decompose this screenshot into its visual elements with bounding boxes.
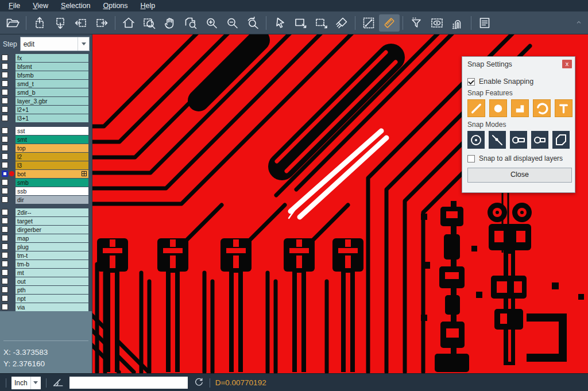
layer-row-target[interactable]: target xyxy=(0,216,92,225)
layer-name[interactable]: smt xyxy=(16,136,88,144)
layer-name[interactable]: pth xyxy=(16,286,88,294)
menu-item-view[interactable]: View xyxy=(26,0,55,11)
layer-visibility-checkbox[interactable] xyxy=(2,287,8,293)
layer-name[interactable]: smd_b xyxy=(16,88,88,96)
log-form-button[interactable] xyxy=(474,14,495,32)
layer-visibility-checkbox[interactable] xyxy=(2,106,8,113)
pan-hand-button[interactable] xyxy=(160,14,180,32)
layer-name[interactable]: l3 xyxy=(16,161,88,169)
clean-brush-button[interactable] xyxy=(331,14,352,32)
layer-name[interactable]: bfsmt xyxy=(16,63,88,71)
layer-visibility-checkbox[interactable] xyxy=(2,188,8,194)
pan-right-button[interactable] xyxy=(91,14,112,32)
layer-row-plug[interactable]: plug xyxy=(0,242,92,251)
layer-visibility-checkbox[interactable] xyxy=(2,162,8,168)
menu-item-file[interactable]: File xyxy=(2,0,26,11)
layer-row-bfsmb[interactable]: bfsmb xyxy=(0,71,92,79)
layer-row-top[interactable]: top xyxy=(0,144,92,152)
layer-name[interactable]: mt xyxy=(16,269,88,277)
layer-row-npt[interactable]: npt xyxy=(0,294,92,303)
measure-ruler-button[interactable] xyxy=(379,14,400,32)
layer-row-smt[interactable]: smt xyxy=(0,135,92,144)
layer-visibility-checkbox[interactable] xyxy=(2,89,8,95)
snap-all-layers-row[interactable]: Snap to all displayed layers xyxy=(467,154,570,162)
layer-row-l2+1[interactable]: l2+1 xyxy=(0,105,92,114)
menu-item-selection[interactable]: Selection xyxy=(55,0,96,11)
layer-visibility-checkbox[interactable] xyxy=(2,226,8,233)
enable-snapping-row[interactable]: Enable Snapping xyxy=(467,78,570,86)
layer-name[interactable]: 2dir-- xyxy=(16,208,88,216)
layer-visibility-checkbox[interactable] xyxy=(2,209,8,215)
layer-name[interactable]: out xyxy=(16,277,88,285)
snap-all-layers-checkbox[interactable] xyxy=(467,155,475,162)
layer-row-mt[interactable]: mt xyxy=(0,268,92,277)
layer-visibility-checkbox[interactable] xyxy=(2,278,8,284)
layer-name[interactable]: bot xyxy=(16,170,88,178)
layer-visibility-checkbox[interactable] xyxy=(2,261,8,267)
menu-item-help[interactable]: Help xyxy=(134,0,162,11)
layer-visibility-checkbox[interactable] xyxy=(2,153,8,160)
layer-name[interactable]: dir xyxy=(16,196,88,204)
layer-row-smd_b[interactable]: smd_b xyxy=(0,88,92,96)
snap-feature-line-button[interactable] xyxy=(467,99,485,117)
select-cursor-button[interactable] xyxy=(269,14,290,32)
pan-down-button[interactable] xyxy=(50,14,71,32)
layer-row-out[interactable]: out xyxy=(0,277,92,285)
layer-name[interactable]: sst xyxy=(16,127,88,135)
zoom-previous-button[interactable] xyxy=(242,14,263,32)
select-multiple-button[interactable] xyxy=(311,14,331,32)
zoom-window-button[interactable] xyxy=(139,14,160,32)
measure-line-button[interactable] xyxy=(358,14,379,32)
toolbar-overflow-chevron[interactable] xyxy=(575,18,582,28)
layer-row-l3[interactable]: l3 xyxy=(0,161,92,169)
snap-mode-pad-short-button[interactable] xyxy=(531,131,548,149)
step-select[interactable]: edit xyxy=(20,37,90,51)
layer-name[interactable]: top xyxy=(16,144,88,152)
layer-visibility-checkbox[interactable] xyxy=(2,196,8,203)
filter-button[interactable] xyxy=(406,14,427,32)
layer-name[interactable]: dirgerber xyxy=(16,226,88,234)
enable-snapping-checkbox[interactable] xyxy=(467,78,475,86)
snap-mode-center-button[interactable] xyxy=(467,131,485,149)
layer-visibility-checkbox[interactable] xyxy=(2,80,8,87)
layer-visibility-checkbox[interactable] xyxy=(2,304,8,310)
layer-row-tm-b[interactable]: tm-b xyxy=(0,260,92,268)
layer-name[interactable]: ssb xyxy=(16,187,88,195)
layer-row-smd_t[interactable]: smd_t xyxy=(0,79,92,88)
layer-visibility-checkbox[interactable] xyxy=(2,136,8,142)
select-rectangle-button[interactable] xyxy=(290,14,311,32)
layer-visibility-checkbox[interactable] xyxy=(2,171,8,177)
close-button[interactable]: Close xyxy=(467,168,572,183)
layer-visibility-checkbox[interactable] xyxy=(2,55,8,61)
snap-feature-arc-button[interactable] xyxy=(533,99,551,117)
layer-name[interactable]: layer_3.gbr xyxy=(16,97,88,105)
zoom-in-button[interactable] xyxy=(201,14,222,32)
layer-row-2dir--[interactable]: 2dir-- xyxy=(0,208,92,216)
layer-row-dir[interactable]: dir xyxy=(0,195,92,204)
layer-name[interactable]: l2 xyxy=(16,153,88,161)
layer-name[interactable]: smd_t xyxy=(16,80,88,88)
pan-left-button[interactable] xyxy=(71,14,91,32)
layer-row-via[interactable]: via xyxy=(0,303,92,311)
layer-row-pth[interactable]: pth xyxy=(0,285,92,294)
layer-row-map[interactable]: map xyxy=(0,234,92,242)
layer-name[interactable]: fx xyxy=(16,54,88,62)
snap-button[interactable] xyxy=(447,14,468,32)
layer-name[interactable]: tm-t xyxy=(16,251,88,260)
layer-row-l3+1[interactable]: l3+1 xyxy=(0,114,92,122)
layer-visibility-checkbox[interactable] xyxy=(2,98,8,104)
layer-name[interactable]: l2+1 xyxy=(16,106,88,114)
snap-feature-text-button[interactable] xyxy=(555,99,572,117)
layer-name[interactable]: via xyxy=(16,303,88,311)
zoom-out-button[interactable] xyxy=(222,14,242,32)
snap-feature-surface-button[interactable] xyxy=(511,99,529,117)
layer-visibility-checkbox[interactable] xyxy=(2,235,8,241)
layer-name[interactable]: target xyxy=(16,217,88,225)
dialog-close-button[interactable]: x xyxy=(562,60,572,68)
layer-name[interactable]: l3+1 xyxy=(16,114,88,122)
layer-name[interactable]: map xyxy=(16,234,88,242)
refresh-icon[interactable] xyxy=(193,376,204,390)
menu-item-options[interactable]: Options xyxy=(96,0,134,11)
layer-name[interactable]: bfsmb xyxy=(16,71,88,79)
layer-visibility-checkbox[interactable] xyxy=(2,179,8,185)
